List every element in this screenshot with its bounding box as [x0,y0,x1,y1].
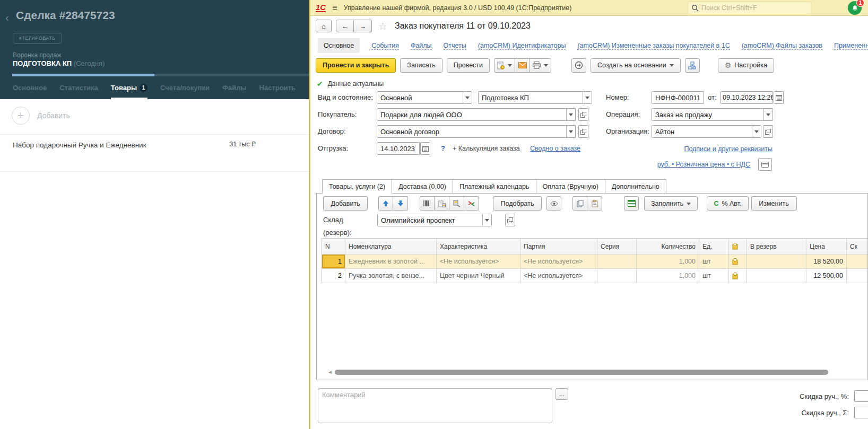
email-button[interactable] [515,58,530,73]
tab-tovary[interactable]: Товары1 [111,84,147,99]
edit-button[interactable]: Изменить [751,196,797,211]
move-down-button[interactable] [393,196,408,211]
col-ed[interactable]: Ед. [699,238,729,255]
contract-open-button[interactable] [578,125,588,138]
grid-row-2[interactable]: 2 Ручка золотая, с вензе... Цвет чернил … [322,269,868,283]
page-tab-fayly[interactable]: Файлы [411,42,432,50]
move-up-button[interactable] [378,196,393,211]
chevron-down-icon[interactable] [463,92,472,103]
back-button[interactable]: ← [336,20,354,32]
back-icon[interactable]: ‹ [5,12,9,24]
discount-sum-input[interactable] [854,407,868,418]
favorite-star-icon[interactable]: ☆ [378,20,387,32]
page-tab-otchety[interactable]: Отчеты [444,42,466,50]
cell-tsena[interactable]: 12 500,00 [806,269,847,283]
compare-button[interactable] [464,196,479,211]
cell-kharakteristika[interactable]: Цвет чернил Черный [437,269,520,283]
col-partiya[interactable]: Партия [520,238,597,255]
settings-button[interactable]: ⚙ Настройка [718,58,774,73]
cell-kolichestvo[interactable]: 1,000 [637,269,699,283]
cell-tsena[interactable]: 18 520,00 [806,255,847,269]
signatures-link[interactable]: Подписи и другие реквизиты [684,145,772,153]
currency-price-link[interactable]: руб. • Розничная цена • с НДС [657,161,750,168]
chevron-down-icon[interactable] [583,92,592,103]
posting-button[interactable] [571,58,586,73]
contract-combo[interactable]: Основной договор [377,125,576,138]
post-button[interactable]: Провести [447,58,490,73]
comment-expand-button[interactable]: ... [555,388,568,400]
grid-row-1[interactable]: 1 Ежедневник в золотой ... <Не используе… [322,255,868,269]
cell-kharakteristika[interactable]: <Не используется> [437,255,520,269]
tab-scheta-pokupki[interactable]: Счета/покупки [160,84,210,99]
main-menu-icon[interactable]: ≡ [332,3,337,13]
chevron-down-icon[interactable] [566,109,575,120]
row-number[interactable]: 1 [322,255,345,269]
paste-button[interactable] [587,196,602,211]
page-tab-amocrm-identifikatory[interactable]: (amoCRM) Идентификаторы [478,42,566,50]
cell-package[interactable] [729,269,747,283]
cell-partiya[interactable]: <Не используется> [520,255,597,269]
page-tab-amocrm-fayly-zakazov[interactable]: (amoCRM) Файлы заказов [742,42,822,50]
col-seriya[interactable]: Серия [597,238,637,255]
col-kolichestvo[interactable]: Количество [637,238,699,255]
cell-seriya[interactable] [597,269,637,283]
warehouse-combo[interactable]: Олимпийский проспект [377,214,492,226]
state-combo[interactable]: Подготовка КП [478,91,592,104]
grid-add-button[interactable]: Добавить [323,196,368,211]
org-combo[interactable]: Айтон [652,125,761,138]
table-tab-oplata[interactable]: Оплата (Вручную) [536,179,605,194]
table-tab-tovary[interactable]: Товары, услуги (2) [322,179,392,194]
cell-ed[interactable]: шт [699,255,729,269]
chevron-down-icon[interactable] [566,126,575,137]
pick-button[interactable]: Подобрать [493,196,542,211]
fill-menu-button[interactable]: Заполнить [644,196,698,211]
page-tab-sobytiya[interactable]: События [371,42,399,50]
tag-button[interactable]: #ТЕГИРОВАТЬ [13,33,62,43]
cell-nomenklatura[interactable]: Ручка золотая, с вензе... [345,269,437,283]
order-calculation-text[interactable]: + Калькуляция заказа [453,142,520,155]
order-summary-link[interactable]: Сводно о заказе [530,145,580,152]
view-button[interactable] [546,196,561,211]
grid-horizontal-scrollbar[interactable]: ◄ [327,369,861,375]
price-settings-button[interactable] [758,158,772,171]
search-input[interactable] [701,4,797,12]
structure-button[interactable] [685,58,700,73]
tab-nastroit[interactable]: Настроить [259,84,296,99]
auto-discount-button[interactable]: C % Авт. [707,196,748,211]
help-icon[interactable]: ? [441,142,445,155]
cell-partiya[interactable]: <Не используется> [520,269,597,283]
page-tab-primenennye[interactable]: Примененны [834,42,868,50]
scrollbar-thumb[interactable] [335,370,828,375]
col-kharakteristika[interactable]: Характеристика [437,238,520,255]
scan-document-button[interactable] [435,196,449,211]
tab-osnovnoe[interactable]: Основное [13,84,47,99]
kind-combo[interactable]: Основной [377,91,472,104]
post-and-close-button[interactable]: Провести и закрыть [316,58,396,73]
table-tab-dostavka[interactable]: Доставка (0,00) [392,179,453,194]
cell-skidka[interactable] [847,255,868,269]
col-v-rezerv[interactable]: В резерв [747,238,806,255]
invoice-menu-button[interactable] [494,58,515,73]
col-tsena[interactable]: Цена [806,238,847,255]
tab-statistika[interactable]: Статистика [59,84,98,99]
barcode-button[interactable] [420,196,435,211]
page-tab-amocrm-izmenennye[interactable]: (amoCRM) Измененные заказы покупателей в… [577,42,730,50]
product-name[interactable]: Набор подарочный Ручка и Ежедневник [13,141,146,149]
cell-skidka[interactable] [847,269,868,283]
table-tab-kalendar[interactable]: Платежный календарь [453,179,536,194]
buyer-combo[interactable]: Подарки для людей ООО [377,108,576,121]
write-button[interactable]: Записать [400,58,442,73]
comment-input[interactable] [318,388,552,423]
scroll-left-icon[interactable]: ◄ [327,369,333,375]
notifications-button[interactable]: 1 [848,1,862,15]
cell-v-rezerv[interactable] [747,269,806,283]
col-n[interactable]: N [322,238,345,255]
create-on-basis-button[interactable]: Создать на основании [591,58,681,73]
number-input[interactable]: НФНФ-000011 [652,91,704,104]
operation-combo[interactable]: Заказ на продажу [652,108,773,121]
shipping-calendar-button[interactable] [420,142,430,155]
print-menu-button[interactable] [530,58,551,73]
home-button[interactable]: ⌂ [316,20,332,32]
chevron-down-icon[interactable] [752,126,761,137]
cell-v-rezerv[interactable] [747,255,806,269]
